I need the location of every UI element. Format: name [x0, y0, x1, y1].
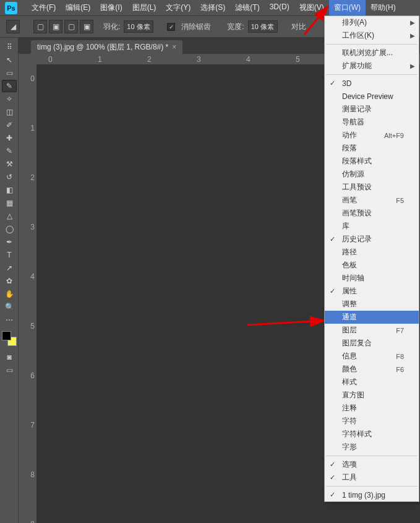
eraser-tool-icon[interactable]: ◧	[2, 184, 17, 196]
check-icon: ✓	[330, 287, 335, 295]
ruler-v-tick: 3	[30, 223, 35, 231]
menu-item-信息[interactable]: 信息F8	[325, 350, 419, 363]
width-input[interactable]	[248, 20, 278, 33]
menu-图层[interactable]: 图层(L)	[127, 0, 161, 15]
menu-item-通道[interactable]: 通道	[325, 311, 419, 324]
menu-item-色板[interactable]: 色板	[325, 259, 419, 272]
menu-item-直方图[interactable]: 直方图	[325, 389, 419, 402]
menu-item-联机浏览扩展[interactable]: 联机浏览扩展...	[325, 46, 419, 59]
screenmode-icon[interactable]: ▭	[2, 364, 17, 376]
menu-滤镜[interactable]: 滤镜(T)	[230, 0, 264, 15]
blur-tool-icon[interactable]: △	[2, 210, 17, 222]
ruler-v-tick: 5	[30, 322, 35, 331]
menu-item-动作[interactable]: 动作Alt+F9	[325, 129, 419, 142]
menu-item-历史记录[interactable]: ✓历史记录	[325, 233, 419, 246]
menu-bar: Ps 文件(F)编辑(E)图像(I)图层(L)文字(Y)选择(S)滤镜(T)3D…	[0, 0, 420, 15]
edit-toolbar-icon[interactable]: ⋯	[2, 314, 17, 326]
menu-视图[interactable]: 视图(V)	[294, 0, 329, 15]
path-selection-tool-icon[interactable]: ↗	[2, 262, 17, 274]
submenu-arrow-icon: ▶	[410, 19, 415, 26]
menu-编辑[interactable]: 编辑(E)	[61, 0, 95, 15]
menu-item-工具[interactable]: ✓工具	[325, 471, 419, 484]
menu-文字[interactable]: 文字(Y)	[161, 0, 195, 15]
menu-item-库[interactable]: 库	[325, 220, 419, 233]
menu-item-工作区k[interactable]: 工作区(K)▶	[325, 29, 419, 42]
healing-brush-tool-icon[interactable]: ✚	[2, 132, 17, 144]
magic-wand-tool-icon[interactable]: ✧	[2, 93, 17, 105]
menu-item-画笔[interactable]: 画笔F5	[325, 194, 419, 207]
menu-item-label: 直方图	[342, 390, 364, 400]
menu-item-devicepreview[interactable]: Device Preview	[325, 90, 419, 103]
menu-item-字符样式[interactable]: 字符样式	[325, 428, 419, 441]
menu-item-导航器[interactable]: 导航器	[325, 116, 419, 129]
move-tool-icon[interactable]: ↖	[2, 54, 17, 66]
menu-item-排列a[interactable]: 排列(A)▶	[325, 16, 419, 29]
shape-tool-icon[interactable]: ✿	[2, 275, 17, 287]
quickmask-icon[interactable]: ◙	[2, 351, 17, 363]
brush-tool-icon[interactable]: ✎	[2, 145, 17, 157]
shortcut-label: F6	[396, 366, 404, 373]
gradient-tool-icon[interactable]: ▦	[2, 197, 17, 209]
menu-item-label: 通道	[342, 312, 357, 322]
menu-item-label: 路径	[342, 247, 357, 257]
selection-add-icon[interactable]: ▣	[49, 20, 62, 33]
type-tool-icon[interactable]: T	[2, 249, 17, 261]
menu-item-1timg3jpg[interactable]: ✓1 timg (3).jpg	[325, 488, 419, 501]
menu-item-测量记录[interactable]: 测量记录	[325, 103, 419, 116]
dodge-tool-icon[interactable]: ◯	[2, 223, 17, 235]
menu-item-选项[interactable]: ✓选项	[325, 458, 419, 471]
menu-item-属性[interactable]: ✓属性	[325, 285, 419, 298]
menu-item-图层复合[interactable]: 图层复合	[325, 337, 419, 350]
hand-tool-icon[interactable]: ✋	[2, 288, 17, 300]
menu-separator	[326, 456, 418, 456]
menu-item-样式[interactable]: 样式	[325, 376, 419, 389]
menu-item-字符[interactable]: 字符	[325, 415, 419, 428]
history-brush-tool-icon[interactable]: ↺	[2, 171, 17, 183]
menu-item-图层[interactable]: 图层F7	[325, 324, 419, 337]
color-swatches[interactable]	[2, 331, 17, 346]
ruler-h-tick: 5	[296, 55, 300, 64]
ruler-h-tick: 2	[147, 55, 152, 64]
menu-文件[interactable]: 文件(F)	[27, 0, 61, 15]
menu-item-颜色[interactable]: 颜色F6	[325, 363, 419, 376]
tab-close-icon[interactable]: ×	[172, 43, 176, 51]
menu-item-仿制源[interactable]: 仿制源	[325, 168, 419, 181]
marquee-tool-icon[interactable]: ▭	[2, 67, 17, 79]
antialias-checkbox[interactable]: ✓	[167, 23, 175, 31]
menu-帮助[interactable]: 帮助(H)	[366, 0, 401, 15]
feather-input[interactable]	[124, 20, 153, 33]
selection-subtract-icon[interactable]: ▢	[64, 20, 78, 33]
menu-窗口[interactable]: 窗口(W)	[329, 0, 366, 15]
menu-item-工具预设[interactable]: 工具预设	[325, 181, 419, 194]
crop-tool-icon[interactable]: ◫	[2, 106, 17, 118]
menu-3d[interactable]: 3D(D)	[265, 0, 294, 15]
lasso-tool-icon[interactable]: ✎	[2, 80, 17, 92]
menu-选择[interactable]: 选择(S)	[195, 0, 230, 15]
width-label: 宽度:	[227, 22, 244, 32]
menu-item-画笔预设[interactable]: 画笔预设	[325, 207, 419, 220]
menu-item-3d[interactable]: ✓3D	[325, 77, 419, 90]
menu-item-调整[interactable]: 调整	[325, 298, 419, 311]
menu-item-段落样式[interactable]: 段落样式	[325, 155, 419, 168]
ruler-v-tick: 7	[30, 421, 35, 430]
menu-item-label: 属性	[342, 286, 357, 296]
handle-icon[interactable]: ⠿	[2, 41, 17, 53]
pen-tool-icon[interactable]: ✒	[2, 236, 17, 248]
eyedropper-tool-icon[interactable]: ✐	[2, 119, 17, 131]
menu-item-扩展功能[interactable]: 扩展功能▶	[325, 59, 419, 72]
menu-item-字形[interactable]: 字形	[325, 441, 419, 454]
menu-图像[interactable]: 图像(I)	[95, 0, 127, 15]
menu-item-段落[interactable]: 段落	[325, 142, 419, 155]
foreground-color-swatch[interactable]	[2, 331, 11, 340]
clone-stamp-tool-icon[interactable]: ⚒	[2, 158, 17, 170]
menu-item-label: 时间轴	[342, 273, 364, 283]
selection-intersect-icon[interactable]: ▣	[80, 20, 93, 33]
menu-item-路径[interactable]: 路径	[325, 246, 419, 259]
vertical-ruler: 0123456789	[19, 65, 37, 523]
menu-item-注释[interactable]: 注释	[325, 402, 419, 415]
tool-preset-icon[interactable]: ◢	[6, 20, 20, 33]
menu-item-时间轴[interactable]: 时间轴	[325, 272, 419, 285]
selection-new-icon[interactable]: ▢	[33, 20, 47, 33]
document-tab[interactable]: timg (3).jpg @ 100% (图层 1, RGB/8#) * ×	[31, 40, 182, 54]
zoom-tool-icon[interactable]: 🔍	[2, 301, 17, 313]
